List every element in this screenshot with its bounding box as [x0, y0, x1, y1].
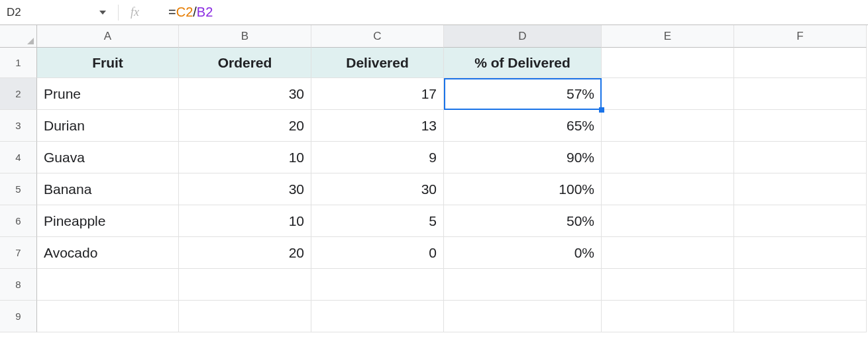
cell-b7[interactable]: 20 — [179, 237, 311, 269]
cell-a1[interactable]: Fruit — [37, 48, 179, 78]
cell-f4[interactable] — [734, 142, 867, 173]
cell-b1[interactable]: Ordered — [179, 48, 311, 78]
table-row: Guava 10 9 90% — [37, 142, 868, 173]
cell-c7[interactable]: 0 — [311, 237, 444, 269]
cell-c9[interactable] — [311, 301, 444, 332]
col-header-d[interactable]: D — [444, 25, 602, 48]
cell-d6[interactable]: 50% — [444, 205, 602, 237]
cell-e1[interactable] — [602, 48, 734, 78]
cell-b2[interactable]: 30 — [179, 78, 311, 110]
row-header-2[interactable]: 2 — [0, 78, 37, 110]
cell-c2[interactable]: 17 — [311, 78, 444, 110]
cell-a3[interactable]: Durian — [37, 110, 179, 142]
formula-input[interactable]: =C2/B2 — [154, 0, 868, 24]
cell-e5[interactable] — [602, 173, 734, 205]
col-header-e[interactable]: E — [602, 25, 734, 48]
table-row: Pineapple 10 5 50% — [37, 205, 868, 237]
cell-e9[interactable] — [602, 301, 734, 332]
cell-f7[interactable] — [734, 237, 867, 269]
grid-body: A B C D E F Fruit Ordered Delivered % of… — [37, 25, 868, 332]
cell-f3[interactable] — [734, 110, 867, 142]
cell-a5[interactable]: Banana — [37, 173, 179, 205]
cell-c3[interactable]: 13 — [311, 110, 444, 142]
col-header-c[interactable]: C — [311, 25, 444, 48]
cell-f5[interactable] — [734, 173, 867, 205]
select-all-corner[interactable] — [0, 25, 37, 48]
cell-d8[interactable] — [444, 269, 602, 301]
formula-bar: D2 fx =C2/B2 — [0, 0, 868, 25]
row-header-4[interactable]: 4 — [0, 142, 37, 173]
cell-f2[interactable] — [734, 78, 867, 110]
cell-c1[interactable]: Delivered — [311, 48, 444, 78]
table-row: Durian 20 13 65% — [37, 110, 868, 142]
cell-b8[interactable] — [179, 269, 311, 301]
spreadsheet-grid: 1 2 3 4 5 6 7 8 9 A B C D E F Fruit Orde… — [0, 25, 868, 332]
cell-e2[interactable] — [602, 78, 734, 110]
cell-b9[interactable] — [179, 301, 311, 332]
table-row: Fruit Ordered Delivered % of Delivered — [37, 48, 868, 78]
cell-e4[interactable] — [602, 142, 734, 173]
table-row: Avocado 20 0 0% — [37, 237, 868, 269]
cell-d9[interactable] — [444, 301, 602, 332]
cell-e6[interactable] — [602, 205, 734, 237]
row-header-3[interactable]: 3 — [0, 110, 37, 142]
selection-fill-handle[interactable] — [599, 107, 604, 113]
cell-e7[interactable] — [602, 237, 734, 269]
chevron-down-icon — [99, 11, 106, 15]
cell-d7[interactable]: 0% — [444, 237, 602, 269]
formula-ref1: C2 — [176, 5, 193, 20]
name-box[interactable]: D2 — [0, 6, 60, 19]
cell-f6[interactable] — [734, 205, 867, 237]
cells: Fruit Ordered Delivered % of Delivered P… — [37, 48, 868, 332]
row-header-9[interactable]: 9 — [0, 301, 37, 332]
cell-d2[interactable]: 57% — [444, 78, 602, 110]
cell-d3[interactable]: 65% — [444, 110, 602, 142]
cell-c6[interactable]: 5 — [311, 205, 444, 237]
cell-c8[interactable] — [311, 269, 444, 301]
cell-d5[interactable]: 100% — [444, 173, 602, 205]
cell-f8[interactable] — [734, 269, 867, 301]
cell-e8[interactable] — [602, 269, 734, 301]
row-headers: 1 2 3 4 5 6 7 8 9 — [0, 48, 37, 332]
cell-b5[interactable]: 30 — [179, 173, 311, 205]
cell-b6[interactable]: 10 — [179, 205, 311, 237]
left-gutter: 1 2 3 4 5 6 7 8 9 — [0, 25, 37, 332]
cell-a8[interactable] — [37, 269, 179, 301]
name-box-dropdown[interactable] — [60, 11, 118, 15]
col-header-a[interactable]: A — [37, 25, 179, 48]
cell-a6[interactable]: Pineapple — [37, 205, 179, 237]
cell-c4[interactable]: 9 — [311, 142, 444, 173]
table-row — [37, 301, 868, 332]
formula-eq: = — [168, 5, 176, 20]
cell-a9[interactable] — [37, 301, 179, 332]
formula-ref2: B2 — [197, 5, 213, 20]
row-header-5[interactable]: 5 — [0, 173, 37, 205]
table-row: Prune 30 17 57% — [37, 78, 868, 110]
cell-e3[interactable] — [602, 110, 734, 142]
cell-b4[interactable]: 10 — [179, 142, 311, 173]
col-header-f[interactable]: F — [734, 25, 867, 48]
cell-f1[interactable] — [734, 48, 867, 78]
cell-d4[interactable]: 90% — [444, 142, 602, 173]
cell-a2[interactable]: Prune — [37, 78, 179, 110]
row-header-7[interactable]: 7 — [0, 237, 37, 269]
cell-a7[interactable]: Avocado — [37, 237, 179, 269]
col-header-b[interactable]: B — [179, 25, 311, 48]
row-header-6[interactable]: 6 — [0, 205, 37, 237]
fx-icon[interactable]: fx — [119, 5, 154, 19]
cell-d1[interactable]: % of Delivered — [444, 48, 602, 78]
table-row: Banana 30 30 100% — [37, 173, 868, 205]
cell-a4[interactable]: Guava — [37, 142, 179, 173]
cell-b3[interactable]: 20 — [179, 110, 311, 142]
cell-c5[interactable]: 30 — [311, 173, 444, 205]
cell-f9[interactable] — [734, 301, 867, 332]
column-headers: A B C D E F — [37, 25, 868, 48]
row-header-8[interactable]: 8 — [0, 269, 37, 301]
table-row — [37, 269, 868, 301]
row-header-1[interactable]: 1 — [0, 48, 37, 78]
